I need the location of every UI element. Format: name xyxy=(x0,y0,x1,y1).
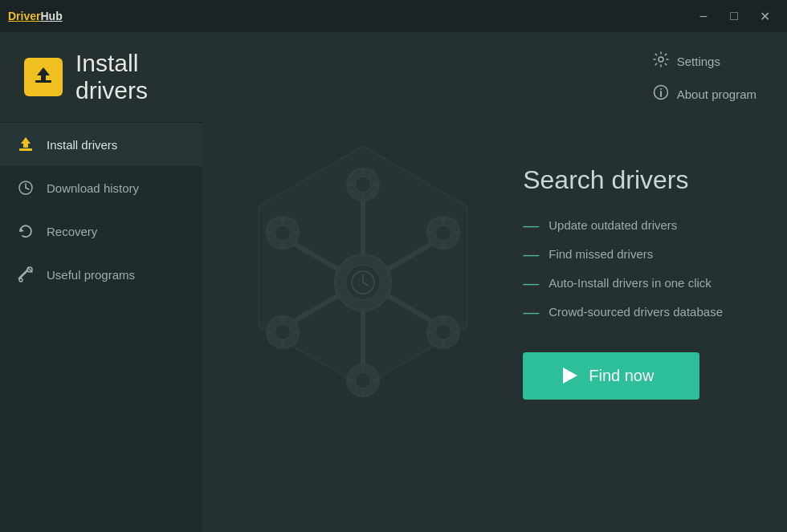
info-icon xyxy=(653,84,669,104)
sidebar-header: Install drivers xyxy=(0,32,202,123)
close-button[interactable]: ✕ xyxy=(750,4,779,28)
search-drivers-panel: Search drivers — Update outdated drivers… xyxy=(523,165,723,400)
wrench-icon xyxy=(16,266,35,283)
svg-rect-31 xyxy=(361,194,365,201)
feature-item-0: — Update outdated drivers xyxy=(523,217,723,234)
svg-point-11 xyxy=(19,278,22,282)
top-right-menu: Settings About program xyxy=(646,48,763,108)
svg-point-45 xyxy=(275,225,291,241)
svg-rect-55 xyxy=(453,231,459,234)
feature-item-3: — Crowd-sourced drivers database xyxy=(523,304,723,320)
svg-marker-3 xyxy=(21,137,31,148)
svg-rect-48 xyxy=(267,231,273,234)
svg-rect-33 xyxy=(373,183,379,186)
sidebar-item-label: Download history xyxy=(47,181,139,195)
svg-point-63 xyxy=(435,324,451,340)
titlebar: DriverHub – □ ✕ xyxy=(0,0,787,32)
svg-point-51 xyxy=(435,225,451,241)
svg-rect-52 xyxy=(442,217,445,223)
svg-line-6 xyxy=(26,188,29,189)
svg-rect-49 xyxy=(292,231,299,234)
content-area: Settings About program xyxy=(202,32,787,532)
page-title: Install drivers xyxy=(75,50,178,104)
feature-item-2: — Auto-Install drivers in one click xyxy=(523,275,723,291)
settings-menu-item[interactable]: Settings xyxy=(646,48,763,75)
svg-point-15 xyxy=(660,88,662,90)
svg-rect-2 xyxy=(19,148,32,151)
svg-point-57 xyxy=(275,324,291,340)
feature-dash: — xyxy=(523,275,539,291)
find-now-button[interactable]: Find now xyxy=(523,352,699,400)
settings-icon xyxy=(653,51,669,71)
svg-rect-61 xyxy=(292,331,299,334)
sidebar-item-download-history[interactable]: Download history xyxy=(0,166,202,209)
svg-rect-32 xyxy=(347,183,353,186)
app-branding: DriverHub xyxy=(8,10,63,22)
feature-text: Auto-Install drivers in one click xyxy=(548,276,712,290)
svg-rect-40 xyxy=(361,364,365,371)
minimize-button[interactable]: – xyxy=(689,4,718,28)
feature-text: Crowd-sourced drivers database xyxy=(548,305,723,319)
svg-rect-67 xyxy=(453,331,459,334)
search-title: Search drivers xyxy=(523,165,723,195)
main-container: Install drivers Install drivers Download… xyxy=(0,32,787,532)
clock-icon xyxy=(16,179,35,197)
svg-rect-54 xyxy=(427,231,434,234)
svg-point-12 xyxy=(659,57,663,62)
svg-marker-7 xyxy=(20,228,24,232)
svg-rect-65 xyxy=(442,342,445,348)
svg-rect-47 xyxy=(281,242,284,249)
svg-rect-53 xyxy=(442,242,445,249)
sidebar-item-label: Install drivers xyxy=(47,138,117,152)
svg-rect-60 xyxy=(267,331,273,334)
feature-list: — Update outdated drivers — Find missed … xyxy=(523,217,723,320)
sidebar-item-recovery[interactable]: Recovery xyxy=(0,209,202,253)
install-drivers-icon xyxy=(16,136,35,153)
feature-text: Update outdated drivers xyxy=(548,218,677,232)
maximize-button[interactable]: □ xyxy=(720,4,748,28)
feature-dash: — xyxy=(523,217,539,234)
logo-icon xyxy=(24,58,63,96)
svg-marker-1 xyxy=(37,67,50,80)
svg-rect-42 xyxy=(347,379,353,382)
sidebar-item-label: Recovery xyxy=(47,225,97,238)
svg-rect-46 xyxy=(281,217,284,223)
search-section: Search drivers — Update outdated drivers… xyxy=(523,165,723,400)
hex-decoration xyxy=(226,130,500,435)
feature-text: Find missed drivers xyxy=(548,247,653,261)
svg-rect-59 xyxy=(281,342,284,348)
feature-dash: — xyxy=(523,246,539,262)
sidebar: Install drivers Install drivers Download… xyxy=(0,32,202,532)
about-menu-item[interactable]: About program xyxy=(646,81,763,108)
svg-point-39 xyxy=(355,372,371,388)
recovery-icon xyxy=(16,222,35,240)
svg-rect-58 xyxy=(281,316,284,323)
app-title: DriverHub xyxy=(8,10,63,22)
feature-item-1: — Find missed drivers xyxy=(523,246,723,262)
play-icon xyxy=(563,368,577,384)
svg-line-9 xyxy=(19,270,27,278)
window-controls: – □ ✕ xyxy=(689,4,779,28)
svg-rect-0 xyxy=(35,80,51,83)
sidebar-item-install-drivers[interactable]: Install drivers xyxy=(0,123,202,166)
svg-rect-41 xyxy=(361,390,365,396)
svg-rect-43 xyxy=(373,379,379,382)
svg-rect-64 xyxy=(442,316,445,323)
about-label: About program xyxy=(677,87,756,101)
svg-point-29 xyxy=(355,177,371,193)
sidebar-item-useful-programs[interactable]: Useful programs xyxy=(0,253,202,296)
settings-label: Settings xyxy=(677,55,720,68)
svg-rect-66 xyxy=(427,331,434,334)
sidebar-item-label: Useful programs xyxy=(47,268,135,282)
feature-dash: — xyxy=(523,304,539,320)
find-now-label: Find now xyxy=(589,367,654,385)
svg-rect-30 xyxy=(361,169,365,175)
